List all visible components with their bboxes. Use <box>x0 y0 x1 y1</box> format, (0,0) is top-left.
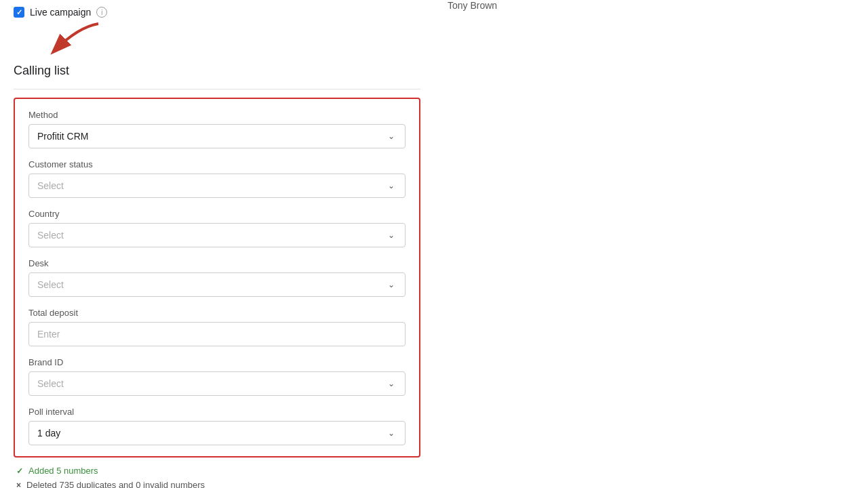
live-campaign-label: Live campaign <box>30 7 91 18</box>
brand-id-chevron-icon: ⌄ <box>386 378 397 389</box>
customer-status-select[interactable]: Select ⌄ <box>28 174 406 198</box>
calling-list-title: Calling list <box>14 64 69 83</box>
added-status: ✓ Added 5 numbers <box>16 466 418 476</box>
country-label: Country <box>28 209 406 219</box>
desk-placeholder: Select <box>37 279 386 290</box>
live-campaign-checkbox[interactable] <box>14 7 24 18</box>
poll-interval-chevron-icon: ⌄ <box>386 428 397 439</box>
method-chevron-icon: ⌄ <box>386 131 397 142</box>
customer-status-chevron-icon: ⌄ <box>386 180 397 191</box>
desk-select[interactable]: Select ⌄ <box>28 272 406 297</box>
poll-interval-select[interactable]: 1 day ⌄ <box>28 421 406 445</box>
poll-interval-label: Poll interval <box>28 407 406 417</box>
customer-status-group: Customer status Select ⌄ <box>28 159 406 198</box>
added-text: Added 5 numbers <box>28 466 98 476</box>
desk-label: Desk <box>28 258 406 268</box>
deleted-status: × Deleted 735 duplicates and 0 invalid n… <box>16 480 418 488</box>
method-value: Profitit CRM <box>37 131 386 142</box>
customer-status-placeholder: Select <box>37 180 386 191</box>
check-icon: ✓ <box>16 466 23 476</box>
brand-id-group: Brand ID Select ⌄ <box>28 357 406 396</box>
deleted-text: Deleted 735 duplicates and 0 invalid num… <box>26 480 205 488</box>
country-select[interactable]: Select ⌄ <box>28 223 406 247</box>
desk-chevron-icon: ⌄ <box>386 279 397 290</box>
method-group: Method Profitit CRM ⌄ <box>28 110 406 148</box>
method-select[interactable]: Profitit CRM ⌄ <box>28 124 406 148</box>
right-panel: Tony Brown <box>434 0 868 488</box>
calling-list-form: Method Profitit CRM ⌄ Customer status Se… <box>14 98 420 458</box>
country-group: Country Select ⌄ <box>28 209 406 247</box>
close-icon: × <box>16 481 21 489</box>
brand-id-select[interactable]: Select ⌄ <box>28 371 406 396</box>
desk-group: Desk Select ⌄ <box>28 258 406 297</box>
total-deposit-input[interactable] <box>28 322 406 346</box>
brand-id-placeholder: Select <box>37 378 386 389</box>
method-label: Method <box>28 110 406 120</box>
username: Tony Brown <box>448 0 497 11</box>
total-deposit-label: Total deposit <box>28 308 406 318</box>
customer-status-label: Customer status <box>28 159 406 169</box>
brand-id-label: Brand ID <box>28 357 406 367</box>
section-divider <box>14 89 420 89</box>
info-icon[interactable]: i <box>96 7 107 18</box>
poll-interval-value: 1 day <box>37 428 386 439</box>
country-chevron-icon: ⌄ <box>386 230 397 241</box>
status-messages: ✓ Added 5 numbers × Deleted 735 duplicat… <box>14 466 420 488</box>
red-arrow-icon <box>41 20 108 61</box>
poll-interval-group: Poll interval 1 day ⌄ <box>28 407 406 445</box>
country-placeholder: Select <box>37 230 386 241</box>
total-deposit-group: Total deposit <box>28 308 406 346</box>
